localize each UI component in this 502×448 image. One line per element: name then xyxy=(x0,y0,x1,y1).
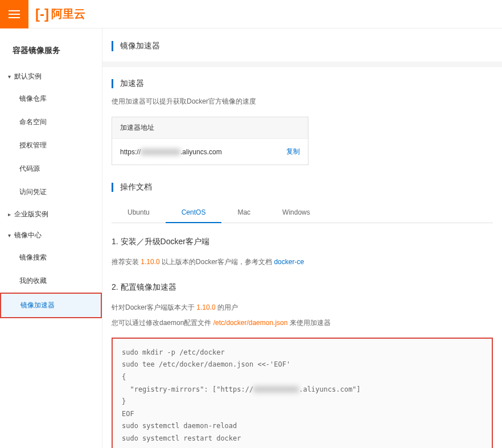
sidebar-group-enterprise[interactable]: 企业版实例 xyxy=(0,204,102,225)
tab-centos[interactable]: CentOS xyxy=(166,203,222,223)
top-bar: [-] 阿里云 xyxy=(0,0,502,28)
accent-bar xyxy=(112,183,113,192)
page-header: 镜像加速器 xyxy=(102,28,502,61)
step1-text: 推荐安装 1.10.0 以上版本的Docker客户端，参考文档 docker-c… xyxy=(112,256,493,269)
code-line: sudo mkdir -p /etc/docker xyxy=(122,348,225,356)
sidebar-item-image-repo[interactable]: 镜像仓库 xyxy=(0,87,102,110)
text: 以上版本的Docker客户端，参考文档 xyxy=(160,258,274,266)
accelerator-desc: 使用加速器可以提升获取Docker官方镜像的速度 xyxy=(112,97,493,106)
os-tabs: Ubuntu CentOS Mac Windows xyxy=(112,203,493,223)
sidebar-group-label: 默认实例 xyxy=(14,72,42,81)
url-prefix: https:// xyxy=(120,148,141,156)
logo-icon: [-] xyxy=(35,6,49,22)
copy-button[interactable]: 复制 xyxy=(286,147,300,157)
tab-windows[interactable]: Windows xyxy=(266,203,326,223)
code-line: { xyxy=(122,373,126,381)
text: 针对Docker客户端版本大于 xyxy=(112,303,196,311)
main-content: 镜像加速器 加速器 使用加速器可以提升获取Docker官方镜像的速度 加速器地址… xyxy=(102,28,502,448)
url-suffix: .aliyuncs.com xyxy=(180,148,222,156)
sidebar-item-my-favorites[interactable]: 我的收藏 xyxy=(0,269,102,293)
code-line: EOF xyxy=(122,410,134,418)
logo-text: 阿里云 xyxy=(51,6,85,22)
text: 推荐安装 xyxy=(112,258,141,266)
version-highlight: 1.10.0 xyxy=(196,303,215,311)
step2-title: 2. 配置镜像加速器 xyxy=(112,282,493,293)
sidebar: 容器镜像服务 默认实例 镜像仓库 命名空间 授权管理 代码源 访问凭证 企业版实… xyxy=(0,28,102,448)
menu-toggle-button[interactable] xyxy=(0,0,28,28)
docker-ce-link[interactable]: docker-ce xyxy=(274,258,304,266)
sidebar-item-code-source[interactable]: 代码源 xyxy=(0,157,102,180)
accelerator-heading: 加速器 xyxy=(112,79,493,89)
text: 您可以通过修改daemon配置文件 xyxy=(112,319,213,327)
sidebar-item-image-search[interactable]: 镜像搜索 xyxy=(0,246,102,269)
tab-ubuntu[interactable]: Ubuntu xyxy=(112,203,166,223)
logo[interactable]: [-] 阿里云 xyxy=(35,6,85,22)
text: 的用户 xyxy=(216,303,238,311)
code-masked xyxy=(253,386,299,393)
heading-text: 操作文档 xyxy=(120,182,152,192)
page-title: 镜像加速器 xyxy=(120,41,160,51)
url-masked xyxy=(141,149,180,155)
path-highlight: /etc/docker/daemon.json xyxy=(213,319,288,327)
sidebar-item-auth[interactable]: 授权管理 xyxy=(0,134,102,157)
text: 来使用加速器 xyxy=(287,319,330,327)
hamburger-icon xyxy=(9,10,20,18)
code-line: .aliyuncs.com"] xyxy=(299,385,360,393)
sidebar-group-label: 企业版实例 xyxy=(14,209,48,219)
url-box-title: 加速器地址 xyxy=(112,117,308,139)
accent-bar xyxy=(112,41,113,51)
code-line: sudo systemctl daemon-reload xyxy=(122,422,237,430)
step1-title: 1. 安装／升级Docker客户端 xyxy=(112,237,493,247)
sidebar-item-access-credential[interactable]: 访问凭证 xyxy=(0,180,102,204)
step2-line2: 您可以通过修改daemon配置文件 /etc/docker/daemon.jso… xyxy=(112,317,493,330)
code-line: } xyxy=(122,397,126,405)
sidebar-item-image-accelerator[interactable]: 镜像加速器 xyxy=(0,293,102,318)
tab-mac[interactable]: Mac xyxy=(221,203,266,223)
accent-bar xyxy=(112,79,113,88)
heading-text: 加速器 xyxy=(120,79,144,89)
accelerator-url: https://.aliyuncs.com xyxy=(120,148,222,156)
sidebar-group-image-center[interactable]: 镜像中心 xyxy=(0,225,102,246)
section-divider xyxy=(102,61,502,67)
sidebar-item-namespace[interactable]: 命名空间 xyxy=(0,110,102,134)
accelerator-url-box: 加速器地址 https://.aliyuncs.com 复制 xyxy=(112,117,308,165)
sidebar-title: 容器镜像服务 xyxy=(0,39,102,66)
code-line: sudo tee /etc/docker/daemon.json <<-'EOF… xyxy=(122,360,290,368)
code-line: sudo systemctl restart docker xyxy=(122,434,241,442)
docs-heading: 操作文档 xyxy=(112,182,493,192)
sidebar-group-default-instance[interactable]: 默认实例 xyxy=(0,66,102,87)
code-block: sudo mkdir -p /etc/docker sudo tee /etc/… xyxy=(112,338,493,448)
step2-line1: 针对Docker客户端版本大于 1.10.0 的用户 xyxy=(112,302,493,314)
code-line: "registry-mirrors": ["https:// xyxy=(122,385,253,393)
sidebar-group-label: 镜像中心 xyxy=(14,231,42,240)
version-highlight: 1.10.0 xyxy=(141,258,159,266)
